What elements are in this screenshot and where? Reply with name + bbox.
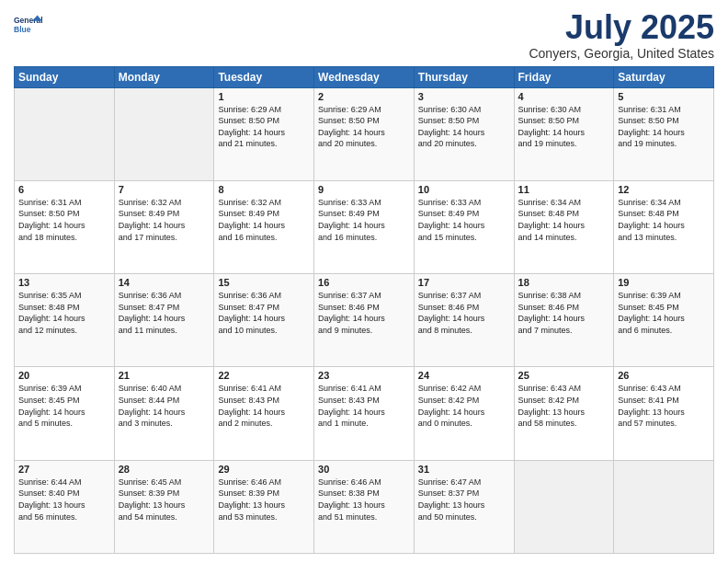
calendar-cell-w3d3: 23Sunrise: 6:41 AM Sunset: 8:43 PM Dayli… <box>314 367 415 460</box>
calendar-cell-w1d6: 12Sunrise: 6:34 AM Sunset: 8:48 PM Dayli… <box>614 180 714 273</box>
day-number: 17 <box>418 277 510 288</box>
day-info: Sunrise: 6:38 AM Sunset: 8:46 PM Dayligh… <box>518 290 610 336</box>
day-info: Sunrise: 6:43 AM Sunset: 8:42 PM Dayligh… <box>518 383 610 429</box>
day-number: 14 <box>119 277 210 288</box>
calendar-cell-w0d5: 4Sunrise: 6:30 AM Sunset: 8:50 PM Daylig… <box>514 87 614 180</box>
day-number: 5 <box>618 91 710 102</box>
calendar-cell-w3d0: 20Sunrise: 6:39 AM Sunset: 8:45 PM Dayli… <box>15 367 115 460</box>
day-info: Sunrise: 6:36 AM Sunset: 8:47 PM Dayligh… <box>218 290 310 336</box>
day-info: Sunrise: 6:30 AM Sunset: 8:50 PM Dayligh… <box>518 104 610 150</box>
calendar-table: SundayMondayTuesdayWednesdayThursdayFrid… <box>14 66 714 554</box>
day-number: 13 <box>18 277 110 288</box>
subtitle: Conyers, Georgia, United States <box>529 46 714 61</box>
calendar-cell-w3d5: 25Sunrise: 6:43 AM Sunset: 8:42 PM Dayli… <box>514 367 614 460</box>
day-info: Sunrise: 6:41 AM Sunset: 8:43 PM Dayligh… <box>218 383 310 429</box>
day-info: Sunrise: 6:43 AM Sunset: 8:41 PM Dayligh… <box>618 383 710 429</box>
calendar-cell-w4d6 <box>614 460 714 553</box>
day-info: Sunrise: 6:42 AM Sunset: 8:42 PM Dayligh… <box>418 383 510 429</box>
calendar-cell-w4d5 <box>514 460 614 553</box>
day-info: Sunrise: 6:47 AM Sunset: 8:37 PM Dayligh… <box>418 477 510 523</box>
logo-icon: GeneralBlue <box>14 9 43 39</box>
calendar-cell-w2d3: 16Sunrise: 6:37 AM Sunset: 8:46 PM Dayli… <box>314 274 415 367</box>
day-info: Sunrise: 6:34 AM Sunset: 8:48 PM Dayligh… <box>518 197 610 243</box>
day-info: Sunrise: 6:32 AM Sunset: 8:49 PM Dayligh… <box>119 197 210 243</box>
calendar-header-row: SundayMondayTuesdayWednesdayThursdayFrid… <box>15 66 714 87</box>
day-number: 23 <box>318 370 410 381</box>
calendar-cell-w3d4: 24Sunrise: 6:42 AM Sunset: 8:42 PM Dayli… <box>414 367 514 460</box>
day-info: Sunrise: 6:44 AM Sunset: 8:40 PM Dayligh… <box>18 477 110 523</box>
calendar-cell-w1d0: 6Sunrise: 6:31 AM Sunset: 8:50 PM Daylig… <box>15 180 115 273</box>
calendar-week-2: 13Sunrise: 6:35 AM Sunset: 8:48 PM Dayli… <box>15 274 714 367</box>
logo: GeneralBlue <box>14 9 43 39</box>
header: GeneralBlue July 2025 Conyers, Georgia, … <box>14 9 714 61</box>
day-info: Sunrise: 6:32 AM Sunset: 8:49 PM Dayligh… <box>218 197 310 243</box>
calendar-cell-w4d1: 28Sunrise: 6:45 AM Sunset: 8:39 PM Dayli… <box>114 460 214 553</box>
day-number: 16 <box>318 277 410 288</box>
day-info: Sunrise: 6:29 AM Sunset: 8:50 PM Dayligh… <box>318 104 410 150</box>
col-header-tuesday: Tuesday <box>214 66 314 87</box>
day-info: Sunrise: 6:39 AM Sunset: 8:45 PM Dayligh… <box>18 383 110 429</box>
day-info: Sunrise: 6:30 AM Sunset: 8:50 PM Dayligh… <box>418 104 510 150</box>
day-info: Sunrise: 6:36 AM Sunset: 8:47 PM Dayligh… <box>119 290 210 336</box>
calendar-cell-w3d1: 21Sunrise: 6:40 AM Sunset: 8:44 PM Dayli… <box>114 367 214 460</box>
calendar-week-1: 6Sunrise: 6:31 AM Sunset: 8:50 PM Daylig… <box>15 180 714 273</box>
day-number: 29 <box>218 464 310 475</box>
page: GeneralBlue July 2025 Conyers, Georgia, … <box>0 0 728 563</box>
day-info: Sunrise: 6:37 AM Sunset: 8:46 PM Dayligh… <box>418 290 510 336</box>
col-header-monday: Monday <box>114 66 214 87</box>
calendar-cell-w1d2: 8Sunrise: 6:32 AM Sunset: 8:49 PM Daylig… <box>214 180 314 273</box>
col-header-wednesday: Wednesday <box>314 66 415 87</box>
day-info: Sunrise: 6:31 AM Sunset: 8:50 PM Dayligh… <box>18 197 110 243</box>
calendar-cell-w2d4: 17Sunrise: 6:37 AM Sunset: 8:46 PM Dayli… <box>414 274 514 367</box>
day-number: 26 <box>618 370 710 381</box>
day-info: Sunrise: 6:40 AM Sunset: 8:44 PM Dayligh… <box>119 383 210 429</box>
day-info: Sunrise: 6:46 AM Sunset: 8:39 PM Dayligh… <box>218 477 310 523</box>
day-number: 21 <box>119 370 210 381</box>
day-number: 27 <box>18 464 110 475</box>
calendar-cell-w4d3: 30Sunrise: 6:46 AM Sunset: 8:38 PM Dayli… <box>314 460 415 553</box>
col-header-sunday: Sunday <box>15 66 115 87</box>
day-info: Sunrise: 6:41 AM Sunset: 8:43 PM Dayligh… <box>318 383 410 429</box>
calendar-week-4: 27Sunrise: 6:44 AM Sunset: 8:40 PM Dayli… <box>15 460 714 553</box>
day-number: 25 <box>518 370 610 381</box>
day-number: 1 <box>218 91 310 102</box>
day-info: Sunrise: 6:33 AM Sunset: 8:49 PM Dayligh… <box>318 197 410 243</box>
day-info: Sunrise: 6:34 AM Sunset: 8:48 PM Dayligh… <box>618 197 710 243</box>
calendar-cell-w0d3: 2Sunrise: 6:29 AM Sunset: 8:50 PM Daylig… <box>314 87 415 180</box>
day-number: 22 <box>218 370 310 381</box>
calendar-cell-w2d2: 15Sunrise: 6:36 AM Sunset: 8:47 PM Dayli… <box>214 274 314 367</box>
day-number: 18 <box>518 277 610 288</box>
col-header-friday: Friday <box>514 66 614 87</box>
day-number: 31 <box>418 464 510 475</box>
main-title: July 2025 <box>529 9 714 46</box>
day-number: 19 <box>618 277 710 288</box>
calendar-cell-w4d4: 31Sunrise: 6:47 AM Sunset: 8:37 PM Dayli… <box>414 460 514 553</box>
day-info: Sunrise: 6:33 AM Sunset: 8:49 PM Dayligh… <box>418 197 510 243</box>
day-number: 24 <box>418 370 510 381</box>
calendar-cell-w0d4: 3Sunrise: 6:30 AM Sunset: 8:50 PM Daylig… <box>414 87 514 180</box>
day-number: 8 <box>218 184 310 195</box>
calendar-cell-w2d6: 19Sunrise: 6:39 AM Sunset: 8:45 PM Dayli… <box>614 274 714 367</box>
calendar-cell-w0d1 <box>114 87 214 180</box>
calendar-cell-w4d0: 27Sunrise: 6:44 AM Sunset: 8:40 PM Dayli… <box>15 460 115 553</box>
day-number: 30 <box>318 464 410 475</box>
day-number: 10 <box>418 184 510 195</box>
day-number: 12 <box>618 184 710 195</box>
day-number: 2 <box>318 91 410 102</box>
day-number: 28 <box>119 464 210 475</box>
calendar-cell-w1d5: 11Sunrise: 6:34 AM Sunset: 8:48 PM Dayli… <box>514 180 614 273</box>
calendar-week-3: 20Sunrise: 6:39 AM Sunset: 8:45 PM Dayli… <box>15 367 714 460</box>
day-info: Sunrise: 6:35 AM Sunset: 8:48 PM Dayligh… <box>18 290 110 336</box>
calendar-cell-w2d1: 14Sunrise: 6:36 AM Sunset: 8:47 PM Dayli… <box>114 274 214 367</box>
calendar-cell-w2d5: 18Sunrise: 6:38 AM Sunset: 8:46 PM Dayli… <box>514 274 614 367</box>
title-block: July 2025 Conyers, Georgia, United State… <box>529 9 714 61</box>
calendar-week-0: 1Sunrise: 6:29 AM Sunset: 8:50 PM Daylig… <box>15 87 714 180</box>
day-number: 20 <box>18 370 110 381</box>
calendar-cell-w1d4: 10Sunrise: 6:33 AM Sunset: 8:49 PM Dayli… <box>414 180 514 273</box>
calendar-cell-w3d6: 26Sunrise: 6:43 AM Sunset: 8:41 PM Dayli… <box>614 367 714 460</box>
day-number: 4 <box>518 91 610 102</box>
day-number: 3 <box>418 91 510 102</box>
day-info: Sunrise: 6:37 AM Sunset: 8:46 PM Dayligh… <box>318 290 410 336</box>
calendar-cell-w3d2: 22Sunrise: 6:41 AM Sunset: 8:43 PM Dayli… <box>214 367 314 460</box>
day-number: 15 <box>218 277 310 288</box>
